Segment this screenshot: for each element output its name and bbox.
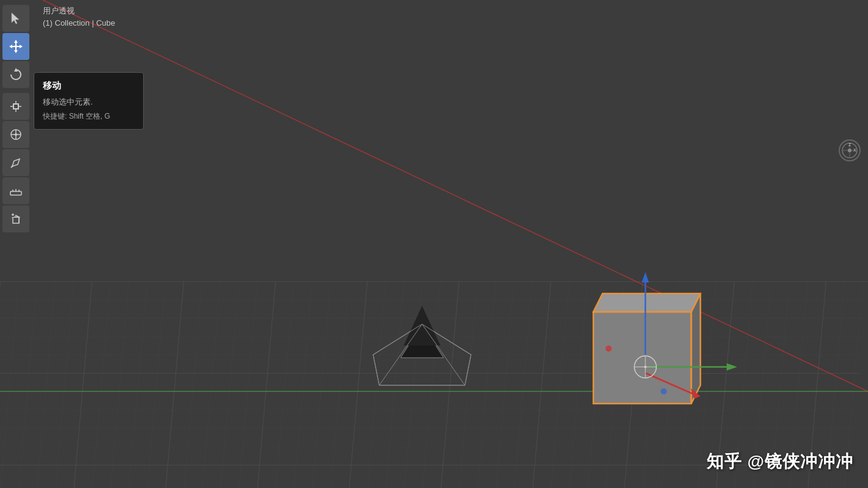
add-object-tool-button[interactable]	[2, 205, 29, 232]
svg-marker-22	[642, 272, 649, 283]
svg-marker-5	[373, 324, 471, 385]
camera-object	[373, 306, 471, 385]
svg-rect-42	[13, 104, 18, 109]
tooltip-shortcut: 快捷键: Shift 空格, G	[43, 111, 135, 122]
select-icon	[9, 12, 23, 25]
svg-marker-20	[691, 294, 700, 404]
select-tool-button[interactable]	[2, 5, 29, 32]
measure-tool-button[interactable]	[2, 177, 29, 204]
watermark: 知乎 @镜侠冲冲冲	[707, 450, 853, 473]
left-toolbar	[2, 5, 29, 232]
svg-line-9	[422, 324, 471, 355]
scale-icon	[9, 100, 23, 113]
svg-marker-26	[727, 363, 737, 371]
svg-marker-39	[20, 45, 23, 48]
svg-rect-52	[10, 191, 21, 195]
svg-point-27	[634, 356, 656, 378]
svg-line-3	[43, 0, 868, 391]
svg-line-12	[373, 355, 379, 385]
svg-marker-6	[401, 324, 443, 358]
svg-marker-37	[14, 50, 18, 53]
svg-point-40	[15, 45, 17, 48]
svg-line-11	[422, 324, 465, 385]
svg-point-65	[848, 149, 851, 152]
svg-point-50	[15, 133, 17, 136]
breadcrumb-label: (1) Collection | Cube	[43, 17, 115, 29]
svg-line-51	[11, 166, 13, 168]
svg-line-8	[373, 324, 422, 355]
svg-marker-7	[404, 306, 440, 346]
svg-rect-56	[13, 217, 19, 223]
svg-marker-17	[691, 294, 700, 404]
tooltip-description: 移动选中元素.	[43, 97, 135, 108]
svg-rect-18	[593, 312, 691, 404]
move-icon	[9, 40, 23, 53]
svg-marker-16	[593, 294, 700, 312]
transform-icon	[9, 128, 23, 141]
viewport[interactable]: 用户透视 (1) Collection | Cube	[0, 0, 868, 488]
top-bar: 用户透视 (1) Collection | Cube	[43, 5, 115, 29]
svg-point-28	[644, 366, 647, 368]
svg-marker-38	[9, 45, 12, 48]
cube-object	[593, 272, 737, 404]
svg-marker-19	[593, 294, 700, 312]
svg-text:Z: Z	[848, 142, 851, 147]
svg-line-23	[645, 373, 694, 394]
rotate-tool-button[interactable]	[2, 61, 29, 88]
svg-marker-33	[12, 13, 19, 24]
svg-text:X: X	[853, 148, 856, 152]
svg-rect-15	[593, 312, 691, 404]
svg-line-13	[465, 355, 471, 385]
svg-line-10	[379, 324, 422, 385]
navigation-widget[interactable]: X Z	[839, 139, 861, 161]
svg-marker-36	[14, 40, 18, 43]
tooltip-title: 移动	[43, 80, 135, 92]
annotate-tool-button[interactable]	[2, 149, 29, 176]
view-type-label: 用户透视	[43, 5, 115, 17]
svg-point-31	[606, 346, 612, 352]
nav-gizmo-icon: X Z	[841, 142, 858, 159]
rotate-icon	[9, 68, 23, 81]
transform-tool-button[interactable]	[2, 121, 29, 148]
move-tool-button[interactable]	[2, 33, 29, 60]
add-object-icon	[9, 212, 23, 226]
annotate-icon	[9, 156, 23, 169]
measure-icon	[9, 184, 23, 198]
svg-point-32	[661, 388, 667, 394]
svg-marker-24	[691, 388, 700, 399]
move-tool-tooltip: 移动 移动选中元素. 快捷键: Shift 空格, G	[34, 72, 144, 130]
scale-tool-button[interactable]	[2, 93, 29, 120]
